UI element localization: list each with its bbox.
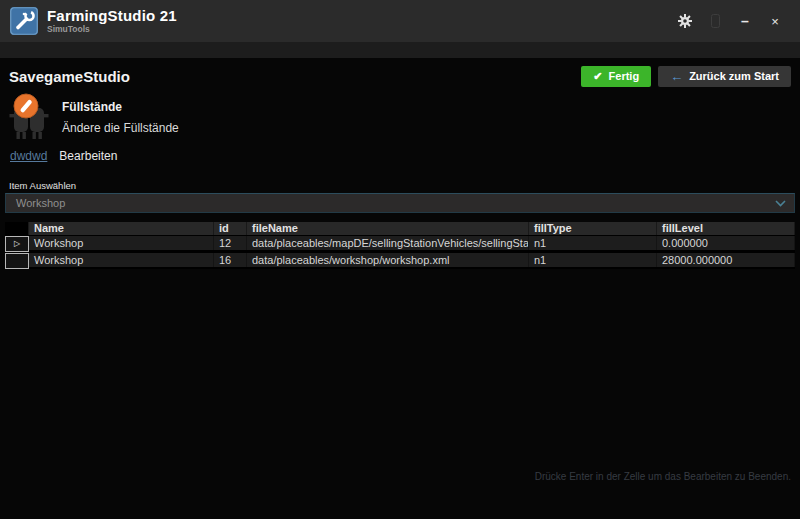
current-row-indicator-icon: ▷ [14,240,20,248]
titlebar: FarmingStudio 21 SimuTools – [0,0,800,42]
settings-button[interactable] [670,8,700,34]
feature-block: Füllstände Ändere die Füllstände [8,93,179,143]
item-select-dropdown[interactable]: Workshop [5,193,795,213]
app-logo-icon [10,7,38,35]
fill-levels-table: Name id fileName fillType fillLevel ▷ Wo… [5,222,795,269]
minimize-button[interactable]: – [730,8,760,34]
app-title-block: FarmingStudio 21 SimuTools [47,8,177,34]
minimize-icon: – [741,13,749,29]
column-header-filename[interactable]: fileName [247,222,529,235]
column-header-filllevel[interactable]: fillLevel [657,222,795,235]
arrow-left-icon: ← [670,70,683,83]
column-header-name[interactable]: Name [29,222,214,235]
close-button[interactable]: × [760,8,790,34]
feature-texts: Füllstände Ändere die Füllstände [62,93,179,143]
table-cell-id[interactable]: 16 [214,253,247,267]
table-cell-filename[interactable]: data/placeables/mapDE/sellingStationVehi… [247,236,529,250]
close-icon: × [771,14,779,29]
page-header: SavegameStudio ✔ Fertig ← Zurück zum Sta… [0,58,800,94]
fill-levels-icon [8,93,50,143]
table-cell-id[interactable]: 12 [214,236,247,250]
row-selector-current[interactable]: ▷ [5,236,29,252]
done-button[interactable]: ✔ Fertig [581,66,651,87]
table-cell-filllevel[interactable]: 28000.000000 [657,253,795,267]
savegame-link[interactable]: dwdwd [10,149,47,163]
table-cell-name[interactable]: Workshop [29,236,214,250]
done-button-label: Fertig [609,70,640,82]
gear-icon [678,14,692,28]
savegame-row: dwdwd Bearbeiten [10,149,117,163]
phone-icon [711,14,720,28]
feature-title: Füllstände [62,100,179,114]
table-cell-filename[interactable]: data/placeables/workshop/workshop.xml [247,253,529,267]
back-to-start-button[interactable]: ← Zurück zum Start [658,66,791,87]
checkmark-icon: ✔ [593,70,602,83]
feature-subtitle: Ändere die Füllstände [62,121,179,135]
table-cell-filltype[interactable]: n1 [529,236,657,250]
column-header-selector [5,222,29,235]
titlebar-divider-band [0,42,800,58]
page-title: SavegameStudio [9,68,130,85]
chevron-down-icon [775,200,786,207]
table-cell-name[interactable]: Workshop [29,253,214,267]
edit-hint-text: Drücke Enter in der Zelle um das Bearbei… [535,471,791,482]
row-selector[interactable] [5,253,29,269]
back-button-label: Zurück zum Start [689,70,779,82]
app-subtitle: SimuTools [47,25,177,34]
app-window: FarmingStudio 21 SimuTools – [0,0,800,519]
savegame-edit-label: Bearbeiten [59,149,117,163]
item-select-value: Workshop [16,197,775,209]
table-cell-filltype[interactable]: n1 [529,253,657,267]
column-header-id[interactable]: id [214,222,247,235]
app-title: FarmingStudio 21 [47,8,177,24]
mobile-connect-button[interactable] [700,8,730,34]
item-select-label: Item Auswählen [9,180,76,191]
column-header-filltype[interactable]: fillType [529,222,657,235]
table-cell-filllevel[interactable]: 0.000000 [657,236,795,250]
